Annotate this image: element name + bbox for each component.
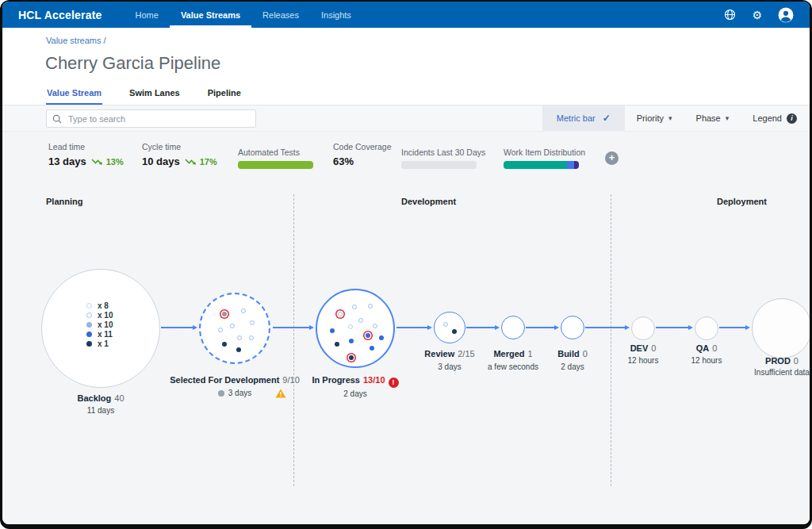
work-item-dot[interactable] — [237, 335, 242, 340]
legend-label: Legend — [753, 113, 782, 123]
window-frame: HCL Accelerate HomeValue StreamsReleases… — [0, 0, 812, 529]
priority-label: Priority — [637, 113, 664, 123]
priority-dropdown[interactable]: Priority ▾ — [625, 105, 684, 131]
add-metric-button[interactable]: + — [605, 151, 619, 165]
metric-bar-toggle[interactable]: Metric bar ✓ — [542, 105, 625, 131]
settings-gear-icon[interactable]: ⚙ — [752, 10, 762, 21]
check-icon: ✓ — [603, 113, 611, 124]
work-item-dot-flagged[interactable] — [349, 355, 354, 360]
work-item-dot[interactable] — [335, 342, 339, 347]
primary-nav: HomeValue StreamsReleasesInsights — [124, 2, 362, 28]
work-item-dot[interactable] — [373, 324, 377, 328]
top-nav: HCL Accelerate HomeValue StreamsReleases… — [2, 2, 810, 28]
work-item-dot[interactable] — [452, 329, 457, 334]
page-header: Value streams / Cherry Garcia Pipeline V… — [2, 28, 810, 105]
work-item-dot[interactable] — [348, 324, 353, 329]
nav-item-insights[interactable]: Insights — [310, 2, 362, 28]
stage-circle-backlog[interactable] — [41, 269, 160, 388]
metric-bar-label: Metric bar — [557, 113, 596, 123]
nav-item-value-streams[interactable]: Value Streams — [170, 2, 251, 28]
stage-circle-selected-for-development[interactable] — [199, 293, 270, 364]
work-item-dot-flagged[interactable] — [222, 312, 227, 316]
tab-swim-lanes[interactable]: Swim Lanes — [128, 83, 181, 105]
stage-circle-merged[interactable] — [501, 316, 525, 339]
work-item-dot[interactable] — [236, 347, 241, 352]
stage-circle-qa[interactable] — [695, 316, 718, 340]
work-item-dot[interactable] — [349, 339, 354, 343]
search-icon — [52, 114, 62, 124]
chevron-down-icon: ▾ — [726, 114, 730, 122]
work-item-dot[interactable] — [379, 335, 384, 340]
nav-utilities: ⚙ — [724, 2, 794, 28]
legend-toggle[interactable]: Legend i — [741, 105, 810, 131]
phase-label: Phase — [696, 113, 721, 123]
info-icon: i — [787, 113, 797, 124]
work-item-dot[interactable] — [250, 320, 255, 325]
breadcrumb[interactable]: Value streams / — [46, 36, 106, 45]
warning-icon[interactable] — [275, 387, 286, 401]
work-item-dot[interactable] — [443, 322, 448, 327]
tab-pipeline[interactable]: Pipeline — [207, 83, 242, 105]
search-box[interactable] — [46, 109, 256, 128]
app-brand[interactable]: HCL Accelerate — [18, 2, 102, 28]
toolbar: Metric bar ✓ Priority ▾ Phase ▾ Legend i — [2, 105, 810, 132]
view-tabs: Value StreamSwim LanesPipeline — [46, 83, 242, 105]
work-item-dot[interactable] — [230, 324, 235, 328]
user-avatar[interactable] — [778, 7, 794, 23]
work-item-dot[interactable] — [330, 328, 335, 333]
work-item-dot[interactable] — [368, 304, 373, 309]
work-item-dot[interactable] — [249, 335, 254, 340]
page-title: Cherry Garcia Pipeline — [45, 53, 220, 74]
work-item-dot[interactable] — [241, 309, 246, 313]
phase-dropdown[interactable]: Phase ▾ — [684, 105, 741, 131]
work-item-dot[interactable] — [370, 346, 374, 351]
globe-icon[interactable] — [724, 9, 736, 21]
stage-circle-dev[interactable] — [631, 316, 655, 340]
stage-circle-build[interactable] — [561, 316, 584, 339]
toolbar-controls: Metric bar ✓ Priority ▾ Phase ▾ Legend i — [542, 105, 810, 131]
nav-item-home[interactable]: Home — [124, 2, 170, 28]
work-item-dot[interactable] — [218, 328, 223, 332]
work-item-dot-flagged[interactable] — [338, 312, 343, 316]
stage-circle-in-progress[interactable] — [316, 289, 395, 368]
work-item-dot[interactable] — [358, 318, 363, 323]
work-item-dot-flagged[interactable] — [366, 333, 370, 338]
nav-item-releases[interactable]: Releases — [251, 2, 310, 28]
work-item-dot[interactable] — [352, 305, 357, 309]
tab-value-stream[interactable]: Value Stream — [46, 83, 102, 105]
chevron-down-icon: ▾ — [668, 114, 672, 122]
work-item-dot[interactable] — [222, 342, 227, 347]
stage-circle-prod[interactable] — [752, 298, 810, 358]
stage-circle-review[interactable] — [434, 312, 465, 343]
hcl-accelerate-app: HCL Accelerate HomeValue StreamsReleases… — [2, 2, 810, 524]
search-input[interactable] — [67, 113, 250, 125]
